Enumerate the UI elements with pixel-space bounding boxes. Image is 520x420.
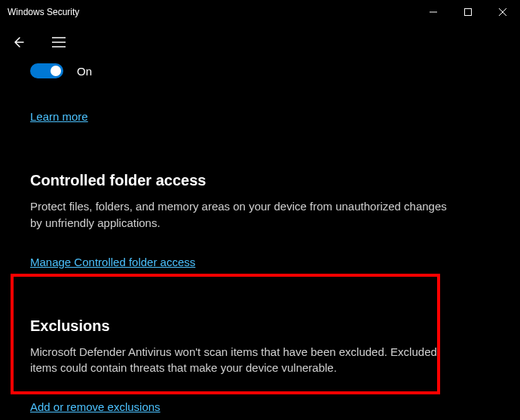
close-button[interactable] bbox=[485, 0, 520, 24]
window-title: Windows Security bbox=[8, 7, 79, 17]
add-remove-exclusions-link[interactable]: Add or remove exclusions bbox=[30, 400, 161, 413]
learn-more-link[interactable]: Learn more bbox=[30, 110, 88, 123]
maximize-button[interactable] bbox=[451, 0, 485, 24]
nav-toolbar bbox=[0, 24, 520, 60]
menu-button[interactable] bbox=[50, 33, 68, 51]
exclusions-description: Microsoft Defender Antivirus won't scan … bbox=[30, 344, 452, 377]
window-titlebar: Windows Security bbox=[0, 0, 520, 24]
exclusions-section: Exclusions Microsoft Defender Antivirus … bbox=[30, 317, 490, 415]
svg-rect-1 bbox=[465, 9, 472, 16]
protection-toggle-row: On bbox=[30, 63, 490, 78]
toggle-state-label: On bbox=[77, 65, 92, 78]
minimize-button[interactable] bbox=[416, 0, 451, 24]
protection-toggle[interactable] bbox=[30, 63, 63, 78]
exclusions-heading: Exclusions bbox=[30, 317, 490, 335]
manage-cfa-link[interactable]: Manage Controlled folder access bbox=[30, 256, 195, 268]
controlled-folder-access-section: Controlled folder access Protect files, … bbox=[30, 172, 490, 269]
window-controls bbox=[416, 0, 520, 24]
toggle-knob bbox=[50, 66, 61, 76]
maximize-icon bbox=[464, 8, 472, 16]
cfa-heading: Controlled folder access bbox=[30, 172, 490, 189]
cfa-description: Protect files, folders, and memory areas… bbox=[30, 198, 452, 231]
hamburger-icon bbox=[52, 37, 66, 48]
close-icon bbox=[499, 8, 506, 16]
back-button[interactable] bbox=[9, 33, 27, 51]
main-content: On Learn more Controlled folder access P… bbox=[0, 60, 520, 414]
back-arrow-icon bbox=[11, 35, 25, 49]
minimize-icon bbox=[430, 8, 437, 16]
